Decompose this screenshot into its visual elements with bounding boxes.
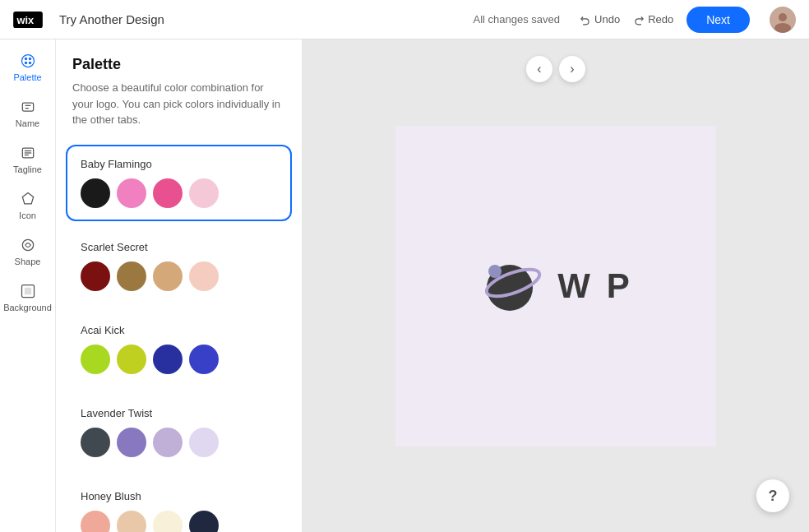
prev-design-button[interactable]: ‹ bbox=[526, 56, 552, 82]
save-status: All changes saved bbox=[474, 13, 561, 25]
svg-point-9 bbox=[28, 62, 30, 64]
svg-rect-10 bbox=[22, 103, 33, 111]
palette-card-lavender-twist[interactable]: Lavender Twist bbox=[66, 394, 292, 470]
palette-panel: Palette Choose a beautiful color combina… bbox=[56, 39, 303, 532]
icon-nav-label: Icon bbox=[19, 210, 36, 220]
tagline-nav-label: Tagline bbox=[13, 164, 42, 174]
palette-name-acai-kick: Acai Kick bbox=[81, 324, 277, 336]
color-swatch-acai-kick-1 bbox=[117, 345, 146, 374]
color-swatch-scarlet-secret-3 bbox=[189, 261, 219, 291]
sidebar-item-name[interactable]: Name bbox=[5, 92, 51, 135]
palette-colors-acai-kick bbox=[81, 345, 277, 374]
svg-point-8 bbox=[24, 62, 26, 64]
color-swatch-lavender-twist-0 bbox=[81, 428, 110, 457]
color-swatch-honey-blush-2 bbox=[153, 511, 183, 533]
redo-button[interactable]: Redo bbox=[633, 13, 673, 25]
panel-description: Choose a beautiful color combination for… bbox=[72, 80, 285, 128]
color-swatch-honey-blush-3 bbox=[189, 511, 219, 533]
color-swatch-lavender-twist-2 bbox=[153, 428, 183, 457]
shape-nav-label: Shape bbox=[15, 257, 41, 266]
color-swatch-scarlet-secret-2 bbox=[153, 261, 183, 291]
svg-point-6 bbox=[24, 58, 26, 60]
palette-name-lavender-twist: Lavender Twist bbox=[81, 407, 277, 419]
sidebar-item-tagline[interactable]: Tagline bbox=[5, 138, 51, 181]
page-title: Try Another Design bbox=[59, 12, 474, 26]
palette-colors-scarlet-secret bbox=[81, 261, 277, 291]
next-design-button[interactable]: › bbox=[559, 56, 585, 82]
panel-title: Palette bbox=[72, 56, 285, 73]
palette-name-baby-flamingo: Baby Flamingo bbox=[81, 158, 277, 170]
color-swatch-baby-flamingo-2 bbox=[153, 178, 183, 208]
sidebar-item-background[interactable]: Background bbox=[5, 276, 51, 319]
background-nav-label: Background bbox=[3, 303, 52, 312]
palette-list: Baby FlamingoScarlet SecretAcai KickLave… bbox=[56, 138, 302, 533]
wix-logo: wix bbox=[13, 12, 43, 28]
color-swatch-honey-blush-1 bbox=[117, 511, 146, 533]
palette-card-baby-flamingo[interactable]: Baby Flamingo bbox=[66, 145, 292, 221]
logo-canvas: W P bbox=[395, 126, 716, 446]
sidebar-item-shape[interactable]: Shape bbox=[5, 230, 51, 273]
color-swatch-acai-kick-0 bbox=[81, 345, 110, 374]
logo-text: W P bbox=[557, 266, 632, 306]
logo-preview: W P bbox=[478, 253, 632, 319]
palette-colors-lavender-twist bbox=[81, 428, 277, 457]
color-swatch-lavender-twist-1 bbox=[117, 428, 146, 457]
svg-text:wix: wix bbox=[16, 14, 35, 26]
help-button[interactable]: ? bbox=[756, 479, 789, 512]
palette-nav-label: Palette bbox=[13, 72, 41, 82]
next-button[interactable]: Next bbox=[686, 7, 750, 33]
sidebar-item-palette[interactable]: Palette bbox=[5, 46, 51, 89]
palette-colors-honey-blush bbox=[81, 511, 277, 533]
sidebar-item-icon[interactable]: Icon bbox=[5, 184, 51, 227]
canvas-navigation: ‹ › bbox=[526, 56, 585, 82]
main-layout: Palette Name Tagline Ic bbox=[0, 39, 809, 532]
svg-point-18 bbox=[22, 239, 33, 250]
header-actions: Undo Redo Next bbox=[580, 7, 796, 33]
palette-name-honey-blush: Honey Blush bbox=[81, 490, 277, 502]
svg-point-5 bbox=[21, 55, 34, 67]
logo-icon bbox=[478, 253, 544, 319]
palette-colors-baby-flamingo bbox=[81, 178, 277, 208]
canvas-area: ‹ › W P ? bbox=[303, 39, 809, 532]
icon-nav: Palette Name Tagline Ic bbox=[0, 39, 56, 532]
color-swatch-scarlet-secret-1 bbox=[117, 261, 146, 291]
color-swatch-acai-kick-2 bbox=[153, 345, 183, 374]
svg-point-3 bbox=[779, 13, 787, 21]
palette-card-honey-blush[interactable]: Honey Blush bbox=[66, 477, 292, 533]
svg-point-23 bbox=[488, 265, 502, 278]
svg-point-4 bbox=[774, 23, 791, 33]
color-swatch-scarlet-secret-0 bbox=[81, 261, 110, 291]
svg-point-7 bbox=[28, 58, 30, 60]
palette-name-scarlet-secret: Scarlet Secret bbox=[81, 241, 277, 253]
undo-button[interactable]: Undo bbox=[580, 13, 620, 25]
user-avatar[interactable] bbox=[770, 7, 796, 33]
color-swatch-honey-blush-0 bbox=[81, 511, 110, 533]
svg-marker-17 bbox=[22, 193, 33, 204]
color-swatch-acai-kick-3 bbox=[189, 345, 219, 374]
svg-rect-20 bbox=[24, 288, 30, 294]
palette-card-scarlet-secret[interactable]: Scarlet Secret bbox=[66, 228, 292, 304]
panel-header: Palette Choose a beautiful color combina… bbox=[56, 39, 302, 138]
color-swatch-baby-flamingo-1 bbox=[117, 178, 146, 208]
name-nav-label: Name bbox=[16, 118, 39, 128]
header: wix Try Another Design All changes saved… bbox=[0, 0, 809, 39]
palette-card-acai-kick[interactable]: Acai Kick bbox=[66, 311, 292, 387]
color-swatch-baby-flamingo-3 bbox=[189, 178, 219, 208]
color-swatch-baby-flamingo-0 bbox=[81, 178, 110, 208]
color-swatch-lavender-twist-3 bbox=[189, 428, 219, 457]
